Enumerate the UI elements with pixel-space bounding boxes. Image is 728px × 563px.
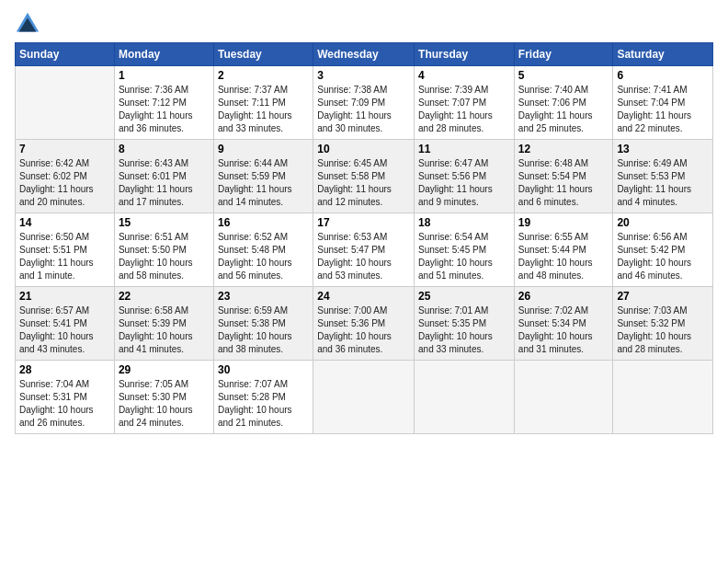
logo	[15, 11, 42, 37]
day-number: 5	[518, 69, 609, 82]
day-number: 2	[218, 69, 309, 82]
day-info: Sunrise: 6:54 AMSunset: 5:45 PMDaylight:…	[418, 231, 510, 282]
calendar-cell: 22Sunrise: 6:58 AMSunset: 5:39 PMDayligh…	[114, 287, 213, 361]
day-info: Sunrise: 7:04 AMSunset: 5:31 PMDaylight:…	[19, 378, 110, 430]
weekday-header: Thursday	[415, 43, 515, 66]
day-number: 15	[119, 216, 210, 229]
day-number: 24	[317, 290, 410, 303]
weekday-header: Wednesday	[313, 43, 415, 66]
calendar-row: 1Sunrise: 7:36 AMSunset: 7:12 PMDaylight…	[16, 66, 713, 140]
day-number: 11	[418, 143, 510, 155]
calendar-cell: 16Sunrise: 6:52 AMSunset: 5:48 PMDayligh…	[213, 213, 313, 287]
day-info: Sunrise: 7:37 AMSunset: 7:11 PMDaylight:…	[218, 84, 309, 135]
calendar-cell	[313, 361, 415, 434]
day-info: Sunrise: 6:43 AMSunset: 6:01 PMDaylight:…	[119, 157, 210, 209]
calendar-cell: 8Sunrise: 6:43 AMSunset: 6:01 PMDaylight…	[114, 140, 213, 213]
day-info: Sunrise: 7:40 AMSunset: 7:06 PMDaylight:…	[518, 84, 609, 135]
day-number: 1	[119, 69, 210, 82]
day-number: 25	[418, 290, 510, 303]
day-info: Sunrise: 6:44 AMSunset: 5:59 PMDaylight:…	[218, 157, 309, 209]
calendar-row: 7Sunrise: 6:42 AMSunset: 6:02 PMDaylight…	[16, 140, 713, 213]
day-info: Sunrise: 6:58 AMSunset: 5:39 PMDaylight:…	[119, 304, 210, 356]
calendar-cell	[514, 361, 613, 434]
day-number: 13	[617, 143, 709, 155]
calendar-cell: 25Sunrise: 7:01 AMSunset: 5:35 PMDayligh…	[415, 287, 515, 361]
day-info: Sunrise: 6:50 AMSunset: 5:51 PMDaylight:…	[19, 231, 110, 282]
day-number: 14	[19, 216, 110, 229]
weekday-header: Tuesday	[213, 43, 313, 66]
header	[15, 11, 713, 37]
day-number: 23	[218, 290, 309, 303]
calendar-cell: 19Sunrise: 6:55 AMSunset: 5:44 PMDayligh…	[514, 213, 613, 287]
day-info: Sunrise: 7:05 AMSunset: 5:30 PMDaylight:…	[119, 378, 210, 430]
day-number: 6	[617, 69, 709, 82]
day-number: 12	[518, 143, 609, 155]
weekday-header: Sunday	[16, 43, 115, 66]
day-info: Sunrise: 6:45 AMSunset: 5:58 PMDaylight:…	[317, 157, 410, 209]
day-number: 16	[218, 216, 309, 229]
calendar-cell: 14Sunrise: 6:50 AMSunset: 5:51 PMDayligh…	[16, 213, 115, 287]
day-info: Sunrise: 7:38 AMSunset: 7:09 PMDaylight:…	[317, 84, 410, 135]
calendar-cell	[613, 361, 713, 434]
calendar-cell: 20Sunrise: 6:56 AMSunset: 5:42 PMDayligh…	[613, 213, 713, 287]
day-number: 19	[518, 216, 609, 229]
day-info: Sunrise: 7:36 AMSunset: 7:12 PMDaylight:…	[119, 84, 210, 135]
calendar-cell: 18Sunrise: 6:54 AMSunset: 5:45 PMDayligh…	[415, 213, 515, 287]
calendar-body: 1Sunrise: 7:36 AMSunset: 7:12 PMDaylight…	[16, 66, 713, 434]
calendar-cell: 21Sunrise: 6:57 AMSunset: 5:41 PMDayligh…	[16, 287, 115, 361]
calendar-cell: 1Sunrise: 7:36 AMSunset: 7:12 PMDaylight…	[114, 66, 213, 140]
day-number: 4	[418, 69, 510, 82]
header-row: SundayMondayTuesdayWednesdayThursdayFrid…	[16, 43, 713, 66]
day-info: Sunrise: 6:55 AMSunset: 5:44 PMDaylight:…	[518, 231, 609, 282]
day-number: 3	[317, 69, 410, 82]
day-number: 8	[119, 143, 210, 155]
day-info: Sunrise: 6:48 AMSunset: 5:54 PMDaylight:…	[518, 157, 609, 209]
calendar-cell: 3Sunrise: 7:38 AMSunset: 7:09 PMDaylight…	[313, 66, 415, 140]
day-info: Sunrise: 7:03 AMSunset: 5:32 PMDaylight:…	[617, 304, 709, 356]
calendar-cell: 4Sunrise: 7:39 AMSunset: 7:07 PMDaylight…	[415, 66, 515, 140]
day-number: 27	[617, 290, 709, 303]
day-info: Sunrise: 7:39 AMSunset: 7:07 PMDaylight:…	[418, 84, 510, 135]
day-info: Sunrise: 6:49 AMSunset: 5:53 PMDaylight:…	[617, 157, 709, 209]
calendar-cell: 29Sunrise: 7:05 AMSunset: 5:30 PMDayligh…	[114, 361, 213, 434]
day-number: 21	[19, 290, 110, 303]
logo-icon	[15, 11, 40, 37]
day-info: Sunrise: 6:52 AMSunset: 5:48 PMDaylight:…	[218, 231, 309, 282]
day-number: 26	[518, 290, 609, 303]
calendar-cell: 12Sunrise: 6:48 AMSunset: 5:54 PMDayligh…	[514, 140, 613, 213]
day-info: Sunrise: 7:01 AMSunset: 5:35 PMDaylight:…	[418, 304, 510, 356]
calendar-cell	[415, 361, 515, 434]
day-info: Sunrise: 6:57 AMSunset: 5:41 PMDaylight:…	[19, 304, 110, 356]
page: SundayMondayTuesdayWednesdayThursdayFrid…	[0, 0, 728, 563]
weekday-header: Friday	[514, 43, 613, 66]
day-info: Sunrise: 6:56 AMSunset: 5:42 PMDaylight:…	[617, 231, 709, 282]
day-number: 10	[317, 143, 410, 155]
calendar-table: SundayMondayTuesdayWednesdayThursdayFrid…	[15, 42, 713, 434]
day-number: 18	[418, 216, 510, 229]
calendar-cell: 13Sunrise: 6:49 AMSunset: 5:53 PMDayligh…	[613, 140, 713, 213]
calendar-cell: 15Sunrise: 6:51 AMSunset: 5:50 PMDayligh…	[114, 213, 213, 287]
day-info: Sunrise: 6:47 AMSunset: 5:56 PMDaylight:…	[418, 157, 510, 209]
day-info: Sunrise: 6:42 AMSunset: 6:02 PMDaylight:…	[19, 157, 110, 209]
calendar-cell: 9Sunrise: 6:44 AMSunset: 5:59 PMDaylight…	[213, 140, 313, 213]
weekday-header: Monday	[114, 43, 213, 66]
day-info: Sunrise: 7:41 AMSunset: 7:04 PMDaylight:…	[617, 84, 709, 135]
day-info: Sunrise: 6:53 AMSunset: 5:47 PMDaylight:…	[317, 231, 410, 282]
calendar-cell: 17Sunrise: 6:53 AMSunset: 5:47 PMDayligh…	[313, 213, 415, 287]
calendar-cell	[16, 66, 115, 140]
calendar-cell: 28Sunrise: 7:04 AMSunset: 5:31 PMDayligh…	[16, 361, 115, 434]
day-info: Sunrise: 7:00 AMSunset: 5:36 PMDaylight:…	[317, 304, 410, 356]
day-info: Sunrise: 7:02 AMSunset: 5:34 PMDaylight:…	[518, 304, 609, 356]
calendar-header: SundayMondayTuesdayWednesdayThursdayFrid…	[16, 43, 713, 66]
calendar-cell: 24Sunrise: 7:00 AMSunset: 5:36 PMDayligh…	[313, 287, 415, 361]
day-info: Sunrise: 6:51 AMSunset: 5:50 PMDaylight:…	[119, 231, 210, 282]
day-number: 30	[218, 363, 309, 376]
calendar-cell: 6Sunrise: 7:41 AMSunset: 7:04 PMDaylight…	[613, 66, 713, 140]
calendar-cell: 27Sunrise: 7:03 AMSunset: 5:32 PMDayligh…	[613, 287, 713, 361]
calendar-row: 21Sunrise: 6:57 AMSunset: 5:41 PMDayligh…	[16, 287, 713, 361]
day-info: Sunrise: 7:07 AMSunset: 5:28 PMDaylight:…	[218, 378, 309, 430]
day-info: Sunrise: 6:59 AMSunset: 5:38 PMDaylight:…	[218, 304, 309, 356]
calendar-cell: 5Sunrise: 7:40 AMSunset: 7:06 PMDaylight…	[514, 66, 613, 140]
calendar-row: 28Sunrise: 7:04 AMSunset: 5:31 PMDayligh…	[16, 361, 713, 434]
day-number: 20	[617, 216, 709, 229]
